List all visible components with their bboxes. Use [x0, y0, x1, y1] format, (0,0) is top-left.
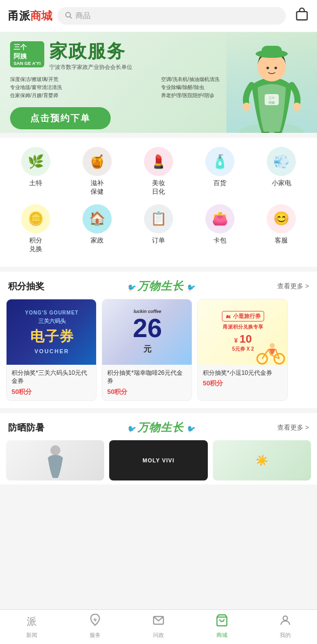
prize-card-2-points: 50积分	[107, 387, 187, 396]
cat-kefu[interactable]: 😊 客服	[256, 204, 306, 254]
cat-baihuo[interactable]: 🧴 百货	[195, 147, 245, 196]
cart-icon[interactable]	[295, 8, 309, 25]
mall-icon	[215, 614, 228, 630]
banner-tag: 三个 阿姨 SAN GE A'YI	[10, 41, 44, 67]
category-row-1: 🌿 土特 🍯 滋补保健 💄 美妆日化 🧴 百货 💨 小家电	[5, 147, 312, 196]
bike-svg	[253, 340, 288, 365]
cat-kabao-label: 卡包	[213, 236, 226, 245]
search-placeholder: 商品	[75, 11, 91, 21]
banner-content: 三个 阿姨 SAN GE A'YI 家政服务 宁波市数字家政产业协会会长单位 深…	[0, 32, 317, 133]
prize-card-3-image: 🏍 小逛旅行券 甬派积分兑换专享 ¥ 10 5元券 X 2	[198, 299, 288, 365]
prize-card-1-name: 积分抽奖*三关六码头10元代金券	[12, 369, 91, 386]
prize-section-deco: 🐦 万物生长 🐦	[48, 279, 273, 294]
cat-jifen[interactable]: 🪙 积分兑换	[11, 204, 61, 254]
nav-item-service[interactable]: 服务	[75, 614, 115, 639]
sun-deco-text: 万物生长	[137, 421, 184, 434]
logo-text-black: 甬派	[8, 9, 30, 24]
banner-subtitle: 宁波市数字家政产业协会会长单位	[49, 63, 132, 71]
sun-product-3[interactable]: ☀️	[213, 440, 311, 480]
prize-section-header: 积分抽奖 🐦 万物生长 🐦 查看更多 >	[0, 272, 317, 299]
cat-jiazheng-label: 家政	[91, 236, 104, 245]
cat-xiaojiadian[interactable]: 💨 小家电	[256, 147, 306, 196]
svg-point-19	[50, 445, 60, 455]
sun-section-header: 防晒防暑 🐦 万物生长 🐦 查看更多 >	[0, 413, 317, 440]
prize-deco-text: 万物生长	[137, 280, 184, 292]
cat-xiaojiadian-icon: 💨	[267, 147, 296, 176]
prize-card-1-info: 积分抽奖*三关六码头10元代金券 50积分	[7, 365, 96, 401]
nav-item-wenzhen[interactable]: 问政	[138, 614, 179, 639]
cat-meizhuang[interactable]: 💄 美妆日化	[133, 147, 184, 196]
app-logo[interactable]: 甬派商城	[8, 9, 52, 24]
cat-baihuo-icon: 🧴	[205, 147, 234, 176]
nav-mall-label: 商城	[216, 631, 227, 639]
service-item: 专业除螨/除醛/除虫	[161, 84, 307, 91]
sun-more-link[interactable]: 查看更多 >	[277, 423, 309, 432]
cat-kefu-icon: 😊	[267, 204, 296, 233]
category-row-2: 🪙 积分兑换 🏠 家政 📋 订单 👛 卡包 😊 客服	[5, 204, 312, 254]
banner-services: 深度保洁/擦玻璃/开荒 空调/洗衣机/抽油烟机清洗 专业地毯/窗帘清洁清洗 专业…	[10, 76, 307, 99]
nav-wenzhen-label: 问政	[153, 631, 164, 639]
prize-card-2-name: 积分抽奖*瑞幸咖啡26元代金券	[107, 369, 187, 386]
svg-point-23	[283, 616, 288, 620]
bottom-navigation: 派 新闻 服务 问政 商城	[0, 609, 317, 644]
service-item: 住家保姆/月嫂/育婴师	[10, 92, 156, 99]
wenzhen-icon	[152, 614, 165, 630]
cat-tucha[interactable]: 🌿 土特	[11, 147, 61, 196]
banner[interactable]: 三个 阿姨 SAN GE A'YI 家政服务 宁波市数字家政产业协会会长单位 深…	[0, 32, 317, 133]
prize-more-link[interactable]: 查看更多 >	[277, 282, 309, 291]
cat-dingdan[interactable]: 📋 订单	[133, 204, 184, 254]
service-item: 深度保洁/擦玻璃/开荒	[10, 76, 156, 83]
news-icon: 派	[25, 614, 38, 630]
sun-section-title: 防晒防暑	[8, 422, 44, 434]
prize-card-1[interactable]: YONG'S GOURMET 三关六码头 电子券 VOUCHER 积分抽奖*三关…	[6, 299, 97, 401]
categories-section: 🌿 土特 🍯 滋补保健 💄 美妆日化 🧴 百货 💨 小家电 🪙 积分兑换 🏠 家…	[0, 138, 317, 267]
cat-dingdan-label: 订单	[152, 236, 165, 245]
cat-jifen-label: 积分兑换	[29, 236, 42, 254]
sun-section-deco: 🐦 万物生长 🐦	[48, 420, 273, 435]
cat-jifen-icon: 🪙	[21, 204, 50, 233]
prize-cards-list: YONG'S GOURMET 三关六码头 电子券 VOUCHER 积分抽奖*三关…	[0, 299, 317, 401]
cat-zibu[interactable]: 🍯 滋补保健	[72, 147, 122, 196]
cat-xiaojiadian-label: 小家电	[272, 179, 291, 188]
nav-item-news[interactable]: 派 新闻	[12, 614, 52, 639]
prize-card-3-points: 50积分	[203, 379, 282, 388]
nav-item-mall[interactable]: 商城	[202, 614, 242, 639]
svg-point-18	[270, 343, 275, 348]
prize-card-1-points: 50积分	[12, 387, 91, 396]
sun-product-1[interactable]	[6, 440, 104, 480]
nav-item-mine[interactable]: 我的	[265, 614, 305, 639]
nav-mine-label: 我的	[280, 631, 291, 639]
cat-jiazheng[interactable]: 🏠 家政	[72, 204, 122, 254]
sun-product-cards: MOLY VIVI ☀️	[0, 440, 317, 480]
cat-kefu-label: 客服	[275, 236, 288, 245]
banner-title: 家政服务	[49, 41, 132, 61]
banner-cta-button[interactable]: 点击预约下单	[10, 107, 111, 129]
service-item: 养老护理/医院陪护/陪诊	[161, 92, 307, 99]
service-icon	[89, 614, 102, 630]
cat-tucha-icon: 🌿	[21, 147, 50, 176]
svg-point-0	[66, 13, 70, 17]
service-item: 空调/洗衣机/抽油烟机清洗	[161, 76, 307, 83]
cat-meizhuang-label: 美妆日化	[152, 179, 165, 196]
nav-service-label: 服务	[90, 631, 101, 639]
cat-meizhuang-icon: 💄	[144, 147, 173, 176]
cat-baihuo-label: 百货	[213, 179, 226, 188]
prize-card-2[interactable]: luckin coffee 26 元 积分抽奖*瑞幸咖啡26元代金券 50积分	[102, 299, 192, 401]
prize-card-3[interactable]: 🏍 小逛旅行券 甬派积分兑换专享 ¥ 10 5元券 X 2	[197, 299, 288, 401]
search-bar[interactable]: 商品	[57, 7, 286, 25]
search-icon	[64, 11, 72, 21]
prize-card-2-info: 积分抽奖*瑞幸咖啡26元代金券 50积分	[102, 365, 192, 401]
sun-product-2[interactable]: MOLY VIVI	[109, 440, 207, 480]
prize-card-3-info: 积分抽奖*小逗10元代金券 50积分	[198, 365, 287, 392]
prize-card-3-name: 积分抽奖*小逗10元代金券	[203, 369, 282, 377]
cat-kabao[interactable]: 👛 卡包	[195, 204, 245, 254]
prize-card-1-image: YONG'S GOURMET 三关六码头 电子券 VOUCHER	[7, 299, 97, 365]
cat-jiazheng-icon: 🏠	[83, 204, 112, 233]
svg-text:派: 派	[27, 616, 37, 627]
mine-icon	[279, 614, 292, 630]
nav-news-label: 新闻	[26, 631, 37, 639]
app-header: 甬派商城 商品	[0, 0, 317, 32]
cat-dingdan-icon: 📋	[144, 204, 173, 233]
prize-card-2-image: luckin coffee 26 元	[102, 299, 192, 365]
cat-tucha-label: 土特	[29, 179, 42, 188]
